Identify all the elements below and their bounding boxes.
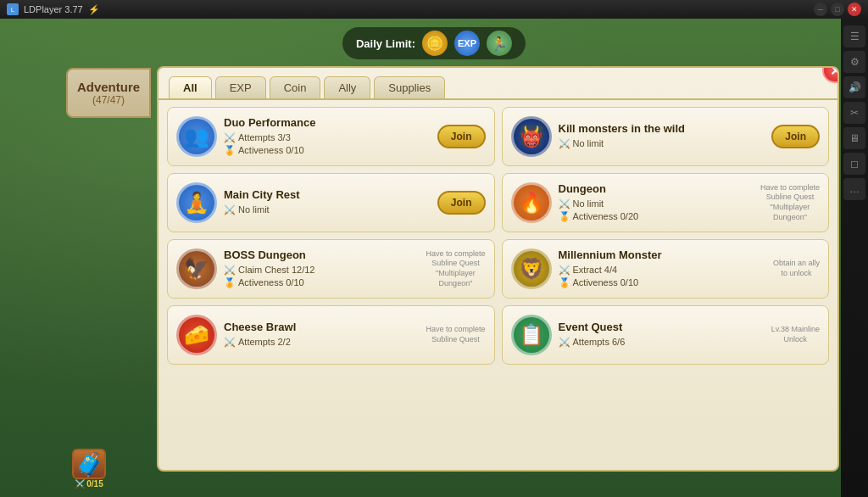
quest-action-kill: Join	[771, 125, 820, 148]
adventure-title: Adventure	[75, 80, 142, 94]
chest-container: 🧳 ⚔️ 0/15	[72, 449, 106, 489]
stat-icon-boss-active: 🏅	[224, 276, 236, 289]
app-title: LDPlayer 3.77	[24, 4, 83, 14]
adventure-count: (47/47)	[75, 94, 142, 106]
sidebar-btn-sound[interactable]: 🔊	[843, 76, 865, 98]
quest-action-rest: Join	[437, 191, 486, 215]
quest-stat-millennium-extract: ⚔️ Extract 4/4	[559, 264, 766, 276]
sidebar-btn-display[interactable]: 🖥	[843, 127, 865, 149]
quest-modal: ✕ All EXP Coin Ally Supplies 👥 Duo Perfo…	[157, 66, 839, 472]
quest-icon-kill-monsters: 👹	[511, 116, 552, 157]
quest-action-duo: Join	[437, 125, 486, 148]
sidebar-btn-settings[interactable]: ⚙	[843, 51, 865, 73]
quest-card-dungeon: 🔥 Dungeon ⚔️ No limit 🏅 Activeness 0/20 …	[502, 173, 830, 232]
quest-info-main-city-rest: Main City Rest ⚔️ No limit	[224, 188, 431, 216]
quest-name-kill-monsters: Kill monsters in the wild	[559, 122, 765, 135]
quest-stat-boss-chest: ⚔️ Claim Chest 12/12	[224, 264, 419, 276]
quest-list: 👥 Duo Performance ⚔️ Attempts 3/3 🏅 Acti…	[159, 100, 837, 371]
quest-card-event-quest: 📋 Event Quest ⚔️ Attempts 6/6 Lv.38 Main…	[502, 305, 830, 365]
quest-info-millennium-monster: Millennium Monster ⚔️ Extract 4/4 🏅 Acti…	[559, 248, 766, 290]
right-sidebar: ☰ ⚙ 🔊 ✂ 🖥 ◻ …	[841, 19, 868, 497]
quest-stat-event-attempts: ⚔️ Attempts 6/6	[559, 336, 765, 349]
daily-run-icon[interactable]: 🏃	[487, 31, 512, 56]
quest-card-cheese-brawl: 🧀 Cheese Brawl ⚔️ Attempts 2/2 Have to c…	[167, 305, 495, 365]
quest-tabs: All EXP Coin Ally Supplies	[159, 68, 837, 100]
stat-icon-boss-chest: ⚔️	[224, 264, 236, 276]
tab-coin[interactable]: Coin	[270, 76, 321, 98]
daily-limit-bar: Daily Limit: 🪙 EXP 🏃	[342, 27, 526, 59]
quest-name-duo-performance: Duo Performance	[224, 116, 431, 129]
minimize-button[interactable]: ─	[814, 3, 827, 16]
quest-icon-duo-performance: 👥	[176, 116, 217, 157]
attempts-icon-duo: ⚔️	[224, 131, 236, 144]
quest-card-kill-monsters: 👹 Kill monsters in the wild ⚔️ No limit …	[502, 107, 830, 166]
tab-supplies[interactable]: Supplies	[374, 76, 445, 98]
maximize-button[interactable]: □	[831, 3, 844, 16]
title-bar: L LDPlayer 3.77 ⚡ ─ □ ✕	[0, 0, 868, 19]
quest-card-duo-performance: 👥 Duo Performance ⚔️ Attempts 3/3 🏅 Acti…	[167, 107, 495, 166]
quest-card-boss-dungeon: 🦅 BOSS Dungeon ⚔️ Claim Chest 12/12 🏅 Ac…	[167, 239, 495, 299]
quest-stat-boss-active: 🏅 Activeness 0/10	[224, 276, 419, 289]
quest-icon-boss-dungeon: 🦅	[176, 248, 217, 289]
sidebar-btn-more[interactable]: …	[843, 178, 865, 200]
quest-icon-main-city-rest: 🧘	[176, 182, 217, 223]
quest-icon-event-quest: 📋	[511, 315, 552, 355]
event-quest-note: Lv.38 MainlineUnlock	[771, 325, 820, 344]
quest-icon-cheese-brawl: 🧀	[176, 315, 217, 355]
quest-name-dungeon: Dungeon	[559, 182, 754, 195]
stat-icon-millennium-active: 🏅	[559, 276, 570, 289]
sidebar-btn-cut[interactable]: ✂	[843, 102, 865, 124]
app-icon: L	[7, 3, 19, 15]
quest-stat-cheese-attempts: ⚔️ Attempts 2/2	[224, 336, 419, 349]
chest-count: ⚔️ 0/15	[75, 479, 103, 489]
quest-stat-kill: ⚔️ No limit	[559, 137, 765, 150]
quest-stat-rest: ⚔️ No limit	[224, 204, 431, 216]
quest-card-main-city-rest: 🧘 Main City Rest ⚔️ No limit Join	[167, 173, 495, 232]
daily-exp-icon[interactable]: EXP	[454, 31, 480, 56]
stat-icon-millennium-extract: ⚔️	[559, 264, 570, 276]
quest-icon-dungeon: 🔥	[511, 182, 552, 223]
millennium-monster-note: Obtain an allyto unlock	[773, 259, 820, 278]
join-button-kill-monsters[interactable]: Join	[771, 125, 820, 148]
quest-name-cheese-brawl: Cheese Brawl	[224, 321, 419, 333]
daily-gold-icon[interactable]: 🪙	[422, 31, 448, 56]
quest-name-boss-dungeon: BOSS Dungeon	[224, 248, 419, 261]
join-button-main-city-rest[interactable]: Join	[437, 191, 486, 215]
tab-all[interactable]: All	[169, 76, 212, 98]
dungeon-note: Have to completeSubline Quest"Multiplaye…	[760, 183, 820, 223]
stat-icon-cheese-attempts: ⚔️	[224, 336, 236, 349]
join-button-duo-performance[interactable]: Join	[437, 125, 486, 148]
quest-info-cheese-brawl: Cheese Brawl ⚔️ Attempts 2/2	[224, 321, 419, 349]
chest-icon[interactable]: 🧳	[72, 449, 106, 479]
stat-icon-dungeon-active: 🏅	[559, 210, 570, 223]
quest-card-millennium-monster: 🦁 Millennium Monster ⚔️ Extract 4/4 🏅 Ac…	[502, 239, 830, 299]
stat-icon-kill: ⚔️	[559, 137, 570, 150]
stat-icon-event-attempts: ⚔️	[559, 336, 570, 349]
title-bar-left: L LDPlayer 3.77 ⚡	[7, 3, 100, 15]
sidebar-btn-menu[interactable]: ☰	[843, 25, 865, 47]
cheese-brawl-note: Have to completeSubline Quest	[426, 325, 485, 344]
adventure-panel: Adventure (47/47)	[66, 68, 151, 118]
tab-ally[interactable]: Ally	[324, 76, 370, 98]
title-bar-extra-icon: ⚡	[88, 4, 100, 15]
window-controls: ─ □ ✕	[814, 3, 861, 16]
boss-dungeon-note: Have to completeSubline Quest"Multiplaye…	[426, 249, 485, 289]
stat-icon-dungeon-limit: ⚔️	[559, 198, 570, 210]
quest-info-dungeon: Dungeon ⚔️ No limit 🏅 Activeness 0/20	[559, 182, 754, 224]
quest-stat-dungeon-limit: ⚔️ No limit	[559, 198, 754, 210]
tab-exp[interactable]: EXP	[215, 76, 266, 98]
quest-stat-activeness-duo: 🏅 Activeness 0/10	[224, 144, 431, 157]
sidebar-btn-resize[interactable]: ◻	[843, 153, 865, 175]
quest-info-event-quest: Event Quest ⚔️ Attempts 6/6	[559, 321, 765, 349]
quest-stat-millennium-active: 🏅 Activeness 0/10	[559, 276, 766, 289]
quest-name-millennium-monster: Millennium Monster	[559, 248, 766, 261]
quest-info-boss-dungeon: BOSS Dungeon ⚔️ Claim Chest 12/12 🏅 Acti…	[224, 248, 419, 290]
activeness-icon-duo: 🏅	[224, 144, 236, 157]
daily-limit-label: Daily Limit:	[356, 37, 415, 50]
close-button[interactable]: ✕	[848, 3, 861, 16]
stat-icon-rest: ⚔️	[224, 204, 236, 216]
quest-name-event-quest: Event Quest	[559, 321, 765, 333]
quest-name-main-city-rest: Main City Rest	[224, 188, 431, 201]
quest-info-kill-monsters: Kill monsters in the wild ⚔️ No limit	[559, 122, 765, 150]
quest-icon-millennium-monster: 🦁	[511, 248, 552, 289]
